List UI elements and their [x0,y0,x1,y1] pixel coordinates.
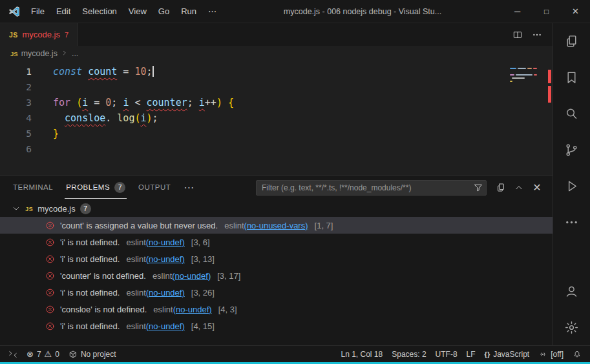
group-file-name: mycode.js [37,204,76,214]
menu-view[interactable]: View [123,0,153,23]
maximize-button[interactable]: □ [532,0,561,23]
warnings-icon: ⚠ [45,349,52,359]
problems-status[interactable]: ⊗ 7 ⚠ 0 [22,346,64,362]
eol-selector[interactable]: LF [462,346,480,362]
line-number: 5 [0,126,40,141]
settings-gear-icon[interactable] [553,309,590,345]
errors-icon: ⊗ [26,349,34,359]
problems-filter-input[interactable] [256,180,487,196]
problem-position: [4, 15] [191,321,215,331]
breadcrumb[interactable]: JS mycode.js ... [0,46,553,61]
search-icon[interactable] [553,96,590,132]
problems-view: JS mycode.js 7 'count' is assigned a val… [0,199,553,345]
menu-edit[interactable]: Edit [50,0,76,23]
problem-message: 'i' is not defined. [60,254,120,264]
problem-message: 'counter' is not defined. [60,271,146,281]
run-debug-icon[interactable] [553,168,590,204]
editor-tab-bar: JS mycode.js 7 [0,23,553,46]
problem-rule-link[interactable]: (no-undef) [172,271,211,281]
project-label: No project [81,350,116,359]
indentation[interactable]: Spaces: 2 [387,346,430,362]
error-icon [45,238,55,247]
notifications-bell[interactable] [568,346,586,362]
panel-tab-output[interactable]: OUTPUT [137,176,172,199]
code-line-3[interactable]: for (i = 0; i < counter; i++) { [53,95,553,110]
copy-icon[interactable] [492,179,510,196]
menu-run[interactable]: Run [175,0,202,23]
line-number: 1 [0,64,40,79]
vscode-window: FileEditSelectionViewGoRun⋯ mycode.js - … [0,0,590,364]
line-number: 3 [0,95,40,110]
status-bar: ⊗ 7 ⚠ 0 No project Ln 1, Col 18 Spaces: … [0,345,590,362]
breadcrumb-more[interactable]: ... [72,49,78,58]
problem-row[interactable]: 'i' is not defined. eslint(no-undef) [3,… [0,234,553,250]
minimize-button[interactable]: ─ [503,0,532,23]
bookmark-icon[interactable] [553,59,590,96]
problem-row[interactable]: 'i' is not defined. eslint(no-undef) [3,… [0,250,553,267]
port-status[interactable]: [off] [534,346,568,362]
error-icon [45,254,55,264]
menu-file[interactable]: File [25,0,50,23]
panel-more-tabs-icon[interactable]: ⋯ [184,181,194,194]
problem-message: 'i' is not defined. [60,288,120,298]
problem-row[interactable]: 'i' is not defined. eslint(no-undef) [3,… [0,284,553,301]
more-views-icon[interactable] [553,204,590,240]
menu-more[interactable]: ⋯ [202,0,222,23]
project-status[interactable]: No project [64,346,121,362]
panel-tabs: TERMINALPROBLEMS7OUTPUT [12,176,182,199]
code-line-2[interactable] [53,79,553,95]
tab-mycode-js[interactable]: JS mycode.js 7 [0,23,78,46]
chevron-down-icon[interactable] [12,204,21,213]
chevron-right-icon [61,49,68,59]
problem-position: [4, 3] [218,305,237,314]
source-control-icon[interactable] [553,132,590,168]
breadcrumb-file[interactable]: mycode.js [21,49,58,58]
js-file-icon: JS [10,50,18,57]
remote-window-button[interactable] [4,346,22,362]
problem-rule-link[interactable]: (no-undef) [146,254,185,264]
panel-header: TERMINALPROBLEMS7OUTPUT ⋯ [0,176,553,199]
language-mode[interactable]: {} JavaScript [480,346,534,362]
error-icon [45,221,55,230]
problem-rule-link[interactable]: (no-unused-vars) [244,221,308,230]
js-file-icon: JS [9,31,17,39]
split-editor-icon[interactable] [509,26,527,43]
account-icon[interactable] [553,273,590,309]
code-line-4[interactable]: consloe. log(i); [53,110,553,126]
package-icon [68,350,78,359]
problem-message: 'i' is not defined. [60,321,120,331]
panel-tab-terminal[interactable]: TERMINAL [12,176,54,199]
cursor-position[interactable]: Ln 1, Col 18 [337,346,388,362]
code-lines[interactable]: const count = 10;for (i = 0; i < counter… [40,61,553,176]
problem-position: [3, 13] [191,254,215,264]
problem-row[interactable]: 'i' is not defined. eslint(no-undef) [4,… [0,318,553,334]
problem-source: eslint(no-undef) [153,305,211,314]
problem-row[interactable]: 'counter' is not defined. eslint(no-unde… [0,267,553,284]
code-line-1[interactable]: const count = 10; [53,64,553,79]
panel-tab-badge: 7 [114,182,125,193]
problems-file-group[interactable]: JS mycode.js 7 [0,200,553,217]
problem-rule-link[interactable]: (no-undef) [146,321,185,331]
encoding[interactable]: UTF-8 [431,346,462,362]
problem-message: 'i' is not defined. [60,238,120,247]
filter-icon [473,183,483,193]
close-panel-icon[interactable]: ✕ [528,179,546,196]
code-line-5[interactable]: } [53,126,553,141]
panel-tab-problems[interactable]: PROBLEMS7 [65,176,127,199]
maximize-panel-chevron-up-icon[interactable] [510,179,528,196]
menu-go[interactable]: Go [153,0,175,23]
minimap[interactable] [510,68,541,84]
code-line-6[interactable] [53,141,553,157]
problem-source: eslint(no-undef) [126,238,184,247]
close-button[interactable]: ✕ [561,0,590,23]
code-editor[interactable]: 123456 const count = 10;for (i = 0; i < … [0,61,553,176]
problem-row[interactable]: 'consloe' is not defined. eslint(no-unde… [0,301,553,318]
problem-row[interactable]: 'count' is assigned a value but never us… [0,217,553,234]
problem-rule-link[interactable]: (no-undef) [146,288,185,298]
problem-rule-link[interactable]: (no-undef) [146,238,185,247]
menu-selection[interactable]: Selection [76,0,122,23]
problem-rule-link[interactable]: (no-undef) [173,305,212,314]
files-icon[interactable] [553,23,590,59]
editor-more-actions-icon[interactable] [528,26,546,43]
error-icon [45,288,55,298]
